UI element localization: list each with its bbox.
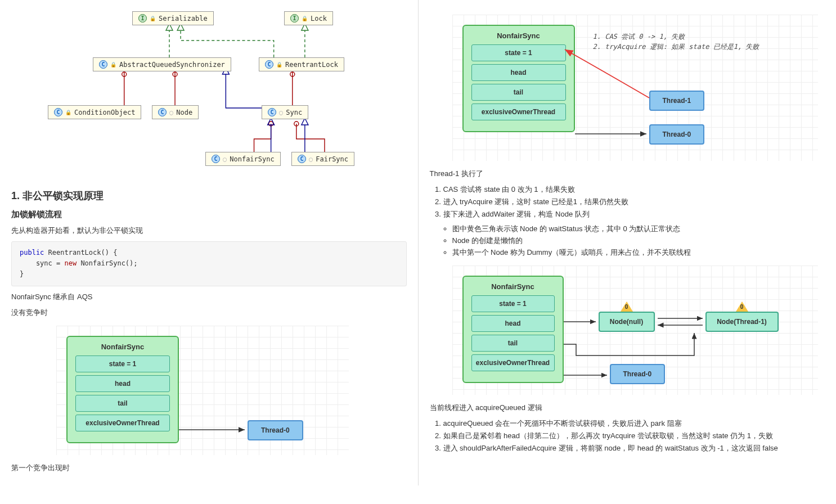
state-field: state = 1 bbox=[471, 44, 566, 61]
class-icon: C bbox=[265, 60, 273, 69]
lock-icon: 🔒 bbox=[150, 16, 156, 21]
uml-fairsync: C○FairSync bbox=[291, 152, 354, 166]
tail-field: tail bbox=[471, 335, 555, 352]
nonfairsync-box: NonfairSync state = 1 head tail exclusiv… bbox=[462, 25, 575, 132]
uml-class-diagram: I🔒Serializable I🔒Lock C🔒AbstractQueuedSy… bbox=[11, 7, 407, 181]
list-item: 图中黄色三角表示该 Node 的 waitStatus 状态，其中 0 为默认正… bbox=[452, 224, 825, 234]
ordered-list: CAS 尝试将 state 由 0 改为 1，结果失败 进入 tryAcquir… bbox=[443, 184, 825, 219]
list-item: 进入 shouldParkAfterFailedAcquire 逻辑，将前驱 n… bbox=[443, 443, 825, 453]
waitstatus-marker bbox=[621, 302, 633, 312]
svg-point-11 bbox=[269, 122, 273, 126]
svg-point-6 bbox=[122, 72, 127, 76]
paragraph: NonfairSync 继承自 AQS bbox=[11, 292, 407, 302]
left-column: I🔒Serializable I🔒Lock C🔒AbstractQueuedSy… bbox=[0, 0, 419, 485]
list-item: CAS 尝试将 state 由 0 改为 1，结果失败 bbox=[443, 184, 825, 195]
list-item: Node 的创建是懒惰的 bbox=[452, 236, 825, 246]
lock-icon: 🔒 bbox=[110, 62, 116, 68]
uml-nonfairsync: C○NonfairSync bbox=[205, 152, 281, 166]
class-icon: C bbox=[158, 108, 167, 116]
list-item: 如果自己是紧邻着 head（排第二位），那么再次 tryAcquire 尝试获取… bbox=[443, 431, 825, 441]
paragraph: 先从构造器开始看，默认为非公平锁实现 bbox=[11, 226, 407, 236]
uml-sync: C○Sync bbox=[262, 105, 308, 119]
waitstatus-marker bbox=[736, 302, 748, 312]
uml-aqs: C🔒AbstractQueuedSynchronizer bbox=[93, 57, 231, 71]
paragraph: 第一个竞争出现时 bbox=[11, 463, 407, 473]
lock-icon: 🔒 bbox=[65, 110, 71, 115]
list-item: 接下来进入 addWaiter 逻辑，构造 Node 队列 bbox=[443, 209, 825, 219]
head-field: head bbox=[471, 64, 566, 81]
class-icon: C bbox=[99, 60, 107, 69]
nonfairsync-box: NonfairSync state = 1 head tail exclusiv… bbox=[66, 336, 179, 443]
eot-field: exclusiveOwnerThread bbox=[75, 415, 170, 431]
svg-point-8 bbox=[173, 72, 177, 76]
thread-0-box: Thread-0 bbox=[649, 124, 705, 145]
tail-field: tail bbox=[75, 395, 170, 412]
list-item: 其中第一个 Node 称为 Dummy（哑元）或哨兵，用来占位，并不关联线程 bbox=[452, 248, 825, 258]
uml-conditionobject: C🔒ConditionObject bbox=[48, 105, 141, 119]
tail-field: tail bbox=[471, 84, 566, 101]
interface-icon: I bbox=[138, 14, 147, 22]
list-item: acquireQueued 会在一个死循环中不断尝试获得锁，失败后进入 park… bbox=[443, 418, 825, 429]
right-column: NonfairSync state = 1 head tail exclusiv… bbox=[419, 0, 837, 485]
thread-1-box: Thread-1 bbox=[649, 91, 705, 111]
eot-field: exclusiveOwnerThread bbox=[471, 354, 555, 371]
state-field: state = 1 bbox=[75, 356, 170, 372]
state-diagram-no-competition: NonfairSync state = 1 head tail exclusiv… bbox=[56, 326, 349, 455]
ordered-list: acquireQueued 会在一个死循环中不断尝试获得锁，失败后进入 park… bbox=[443, 418, 825, 453]
unordered-sublist: 图中黄色三角表示该 Node 的 waitStatus 状态，其中 0 为默认正… bbox=[452, 224, 825, 258]
uml-node: C○Node bbox=[152, 105, 199, 119]
uml-reentrantlock: C🔒ReentrantLock bbox=[259, 57, 344, 71]
section-heading: 1. 非公平锁实现原理 bbox=[11, 189, 407, 202]
lock-icon: 🔒 bbox=[302, 16, 308, 21]
node-thread1-box: Node(Thread-1) bbox=[705, 312, 779, 332]
thread-0-box: Thread-0 bbox=[610, 364, 666, 384]
class-icon: C bbox=[298, 155, 306, 163]
uml-lock: I🔒Lock bbox=[284, 11, 333, 25]
paragraph: Thread-1 执行了 bbox=[430, 169, 825, 179]
interface-icon: I bbox=[290, 14, 299, 22]
head-field: head bbox=[471, 315, 555, 332]
class-icon: C bbox=[54, 108, 62, 116]
svg-point-10 bbox=[290, 72, 295, 76]
class-icon: C bbox=[212, 155, 220, 163]
state-diagram-competition: NonfairSync state = 1 head tail exclusiv… bbox=[452, 15, 818, 161]
svg-point-12 bbox=[294, 122, 299, 126]
paragraph: 没有竞争时 bbox=[11, 308, 407, 318]
subsection-heading: 加锁解锁流程 bbox=[11, 209, 407, 220]
list-item: 进入 tryAcquire 逻辑，这时 state 已经是1，结果仍然失败 bbox=[443, 197, 825, 207]
uml-serializable: I🔒Serializable bbox=[132, 11, 214, 25]
node-null-box: Node(null) bbox=[599, 312, 655, 332]
lock-icon: 🔒 bbox=[276, 62, 282, 68]
code-block: public ReentrantLock() { sync = new Nonf… bbox=[11, 241, 407, 286]
diagram-annotation: 1. CAS 尝试 0 -> 1, 失败 2. tryAcquire 逻辑: 如… bbox=[593, 32, 759, 52]
eot-field: exclusiveOwnerThread bbox=[471, 104, 566, 120]
head-field: head bbox=[75, 375, 170, 392]
thread-0-box: Thread-0 bbox=[248, 420, 303, 440]
paragraph: 当前线程进入 acquireQueued 逻辑 bbox=[430, 403, 825, 413]
class-icon: C bbox=[268, 108, 276, 116]
nonfairsync-box: NonfairSync state = 1 head tail exclusiv… bbox=[462, 276, 564, 383]
state-field: state = 1 bbox=[471, 295, 555, 312]
state-diagram-node-queue: NonfairSync state = 1 head tail exclusiv… bbox=[452, 266, 818, 395]
